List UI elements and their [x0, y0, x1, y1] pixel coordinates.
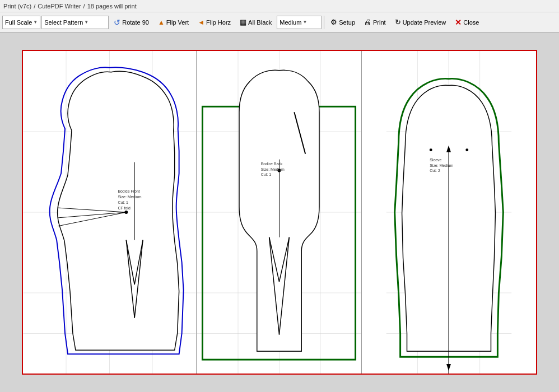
pattern-svg-3: Sleeve Size: Medium Cut: 2 [362, 51, 536, 374]
flip-vert-label: Flip Vert [166, 19, 189, 26]
pattern-svg-2: Bodice Back Size: Medium Cut: 1 [197, 51, 361, 374]
print-button[interactable]: 🖨 Print [360, 15, 390, 30]
toolbar: Full Scale ▼ Select Pattern ▼ ↺ Rotate 9… [0, 12, 559, 32]
pages-info: 18 pages will print [87, 3, 137, 10]
flip-vert-icon: ▲ [158, 18, 165, 26]
svg-point-46 [465, 148, 468, 151]
update-preview-button[interactable]: ↻ Update Preview [391, 15, 450, 30]
svg-text:CF fold: CF fold [118, 206, 131, 210]
separator-1: / [34, 3, 35, 10]
svg-text:Cut: 1: Cut: 1 [261, 172, 272, 176]
svg-text:Cut: 2: Cut: 2 [430, 169, 440, 172]
svg-text:Sleeve: Sleeve [430, 158, 441, 162]
flip-vert-button[interactable]: ▲ Flip Vert [154, 15, 193, 30]
all-black-button[interactable]: ▦ All Black [236, 15, 276, 30]
svg-text:Cut: 1: Cut: 1 [118, 200, 128, 204]
scrollbar-right[interactable] [550, 32, 559, 392]
all-black-label: All Black [248, 19, 272, 26]
svg-text:Bodice Front: Bodice Front [118, 189, 139, 193]
close-button[interactable]: ✕ Close [451, 15, 483, 30]
svg-point-10 [124, 211, 128, 214]
print-icon: 🖨 [364, 18, 371, 26]
flip-horz-icon: ◄ [198, 18, 204, 26]
pattern-panel-1: Bodice Front Size: Medium Cut: 1 CF fold [23, 51, 197, 374]
pattern-chevron-icon: ▼ [84, 20, 88, 25]
all-black-icon: ▦ [240, 18, 246, 26]
setup-label: Setup [339, 19, 355, 26]
flip-horz-label: Flip Horz [206, 19, 231, 26]
canvas-area[interactable]: Bodice Front Size: Medium Cut: 1 CF fold [0, 32, 559, 392]
svg-text:Size: Medium: Size: Medium [430, 164, 453, 167]
svg-text:Size: Medium: Size: Medium [261, 167, 285, 171]
print-page: Bodice Front Size: Medium Cut: 1 CF fold [22, 50, 537, 375]
setup-button[interactable]: ⚙ Setup [327, 15, 359, 30]
rotate-icon: ↺ [114, 18, 120, 27]
svg-point-45 [430, 148, 432, 151]
separator-line [324, 16, 324, 29]
pattern-label: Select Pattern [44, 19, 83, 26]
printer-name: CutePDF Writer [38, 3, 81, 10]
size-dropdown[interactable]: Medium ▼ [277, 16, 322, 29]
close-label: Close [463, 19, 479, 26]
rotate90-button[interactable]: ↺ Rotate 90 [110, 15, 153, 30]
pattern-panel-3: Sleeve Size: Medium Cut: 2 [362, 51, 536, 374]
setup-icon: ⚙ [330, 18, 337, 26]
svg-marker-52 [446, 364, 451, 371]
size-label: Medium [280, 19, 301, 26]
app-name: Print (v7c) [3, 3, 31, 10]
pattern-panel-2: Bodice Back Size: Medium Cut: 1 [197, 51, 362, 374]
pattern-svg-1: Bodice Front Size: Medium Cut: 1 CF fold [23, 51, 196, 374]
print-label: Print [373, 19, 386, 26]
scale-label: Full Scale [5, 19, 32, 26]
rotate-label: Rotate 90 [122, 19, 149, 26]
separator-2: / [83, 3, 85, 10]
size-chevron-icon: ▼ [302, 20, 307, 25]
pattern-dropdown[interactable]: Select Pattern ▼ [41, 16, 109, 29]
flip-horz-button[interactable]: ◄ Flip Horz [194, 15, 235, 30]
update-icon: ↻ [395, 18, 401, 26]
svg-text:Size: Medium: Size: Medium [118, 195, 141, 199]
update-preview-label: Update Preview [403, 19, 446, 26]
scale-dropdown[interactable]: Full Scale ▼ [2, 16, 40, 29]
close-icon: ✕ [455, 18, 462, 27]
titlebar: Print (v7c) / CutePDF Writer / 18 pages … [0, 0, 559, 12]
scale-chevron-icon: ▼ [33, 20, 38, 25]
